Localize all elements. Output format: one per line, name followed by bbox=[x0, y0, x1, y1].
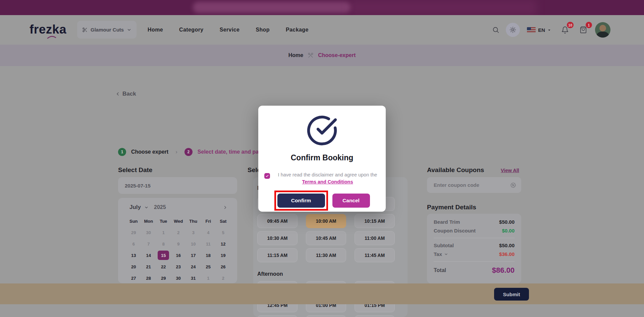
sun-icon bbox=[509, 27, 516, 33]
time-slot[interactable]: 11:30 AM bbox=[306, 248, 346, 262]
language-code: EN bbox=[538, 27, 545, 33]
terms-checkbox[interactable] bbox=[264, 173, 270, 179]
nav-item-package[interactable]: Package bbox=[286, 27, 309, 33]
calendar-day[interactable]: 13 bbox=[126, 250, 141, 261]
calendar-day-header: Sat bbox=[216, 215, 231, 227]
calendar-day: 4 bbox=[201, 227, 216, 238]
calendar-day[interactable]: 28 bbox=[141, 272, 156, 284]
calendar: July 2025 SunMonTueWedThuFriSat 29301234… bbox=[118, 198, 237, 283]
calendar-day: 10 bbox=[186, 238, 201, 250]
calendar-day-header: Thu bbox=[186, 215, 201, 227]
calendar-day: 29 bbox=[126, 227, 141, 238]
calendar-day[interactable]: 24 bbox=[186, 261, 201, 272]
breadcrumb-current: Choose-expert bbox=[318, 52, 356, 58]
total-label: Total bbox=[434, 267, 446, 273]
calendar-day[interactable]: 25 bbox=[201, 261, 216, 272]
calendar-day[interactable]: 15 bbox=[156, 250, 171, 261]
submit-button[interactable]: Submit bbox=[494, 288, 529, 301]
calendar-day-header: Tue bbox=[156, 215, 171, 227]
payment-row-service: Beard Trim $50.00 bbox=[434, 219, 515, 225]
date-input[interactable] bbox=[118, 177, 237, 194]
select-date-title: Select Date bbox=[118, 166, 152, 174]
caret-down-icon bbox=[547, 28, 551, 32]
calendar-day[interactable]: 30 bbox=[171, 272, 186, 284]
month-select[interactable]: July bbox=[129, 204, 149, 211]
calendar-day[interactable]: 26 bbox=[216, 261, 231, 272]
confirm-button[interactable]: Confirm bbox=[277, 194, 325, 208]
time-slot[interactable]: 10:45 AM bbox=[306, 231, 346, 245]
calendar-day[interactable]: 16 bbox=[171, 250, 186, 261]
time-slot[interactable]: 10:00 AM bbox=[306, 214, 346, 228]
search-icon bbox=[492, 26, 499, 34]
time-slot[interactable]: 11:45 AM bbox=[355, 248, 395, 262]
user-avatar[interactable] bbox=[595, 22, 610, 38]
time-slot[interactable]: 09:45 AM bbox=[257, 214, 298, 228]
branch-selector[interactable]: Glamour Cuts bbox=[77, 21, 137, 39]
calendar-day[interactable]: 18 bbox=[201, 250, 216, 261]
time-slot-row: 10:30 AM10:45 AM11:00 AM bbox=[257, 231, 395, 245]
nav-item-category[interactable]: Category bbox=[179, 27, 204, 33]
coupon-input-wrap bbox=[427, 177, 521, 193]
language-selector[interactable]: EN bbox=[525, 27, 553, 33]
view-all-link[interactable]: View All bbox=[501, 168, 519, 173]
time-slot[interactable]: 11:15 AM bbox=[257, 248, 298, 262]
year-label: 2025 bbox=[154, 204, 166, 210]
cart-badge: 1 bbox=[586, 22, 592, 28]
payment-row-subtotal: Subtotal $50.00 bbox=[434, 243, 515, 248]
calendar-day: 1 bbox=[201, 272, 216, 284]
calendar-day[interactable]: 22 bbox=[156, 261, 171, 272]
chevron-down-icon bbox=[444, 252, 448, 256]
breadcrumb-home[interactable]: Home bbox=[288, 52, 303, 58]
nav-item-home[interactable]: Home bbox=[148, 27, 163, 33]
terms-link[interactable]: Terms and Conditions bbox=[302, 178, 353, 185]
calendar-day[interactable]: 21 bbox=[141, 261, 156, 272]
time-slot[interactable] bbox=[306, 315, 346, 317]
calendar-day[interactable]: 27 bbox=[126, 272, 141, 284]
notifications-button[interactable]: 10 bbox=[558, 23, 572, 37]
calendar-day[interactable]: 19 bbox=[216, 250, 231, 261]
time-slot[interactable] bbox=[257, 315, 298, 317]
time-slot[interactable] bbox=[355, 315, 395, 317]
main-nav: Home Category Service Shop Package bbox=[148, 15, 309, 45]
calendar-day: 6 bbox=[126, 238, 141, 250]
calendar-day[interactable]: 31 bbox=[186, 272, 201, 284]
step-2-label: Select date, time and pa bbox=[198, 149, 259, 155]
sticky-footer-bar bbox=[0, 283, 644, 304]
theme-toggle[interactable] bbox=[506, 23, 520, 37]
logo-swoosh bbox=[47, 36, 56, 39]
time-slot[interactable]: 10:30 AM bbox=[257, 231, 298, 245]
afternoon-label: Afternoon bbox=[257, 271, 283, 277]
next-month-button[interactable] bbox=[223, 205, 228, 210]
badge-percent-icon bbox=[510, 182, 517, 189]
calendar-day: 8 bbox=[156, 238, 171, 250]
booking-page: frezka Glamour Cuts Home Category Servic… bbox=[0, 0, 644, 317]
calendar-day-header: Wed bbox=[171, 215, 186, 227]
search-button[interactable] bbox=[491, 25, 501, 35]
calendar-day[interactable]: 12 bbox=[216, 238, 231, 250]
calendar-day-headers: SunMonTueWedThuFriSat bbox=[123, 215, 232, 227]
cart-button[interactable]: 1 bbox=[577, 23, 590, 37]
chevron-right-icon bbox=[223, 205, 228, 210]
coupon-code-input[interactable] bbox=[434, 182, 510, 188]
brand-logo[interactable]: frezka bbox=[30, 22, 66, 37]
divider bbox=[434, 238, 515, 238]
calendar-day[interactable]: 17 bbox=[186, 250, 201, 261]
calendar-day[interactable]: 29 bbox=[156, 272, 171, 284]
step-separator-icon: › bbox=[175, 149, 177, 155]
step-1-label[interactable]: Choose expert bbox=[131, 149, 168, 155]
calendar-day[interactable]: 14 bbox=[141, 250, 156, 261]
date-input-wrap bbox=[118, 177, 237, 194]
discount-value: $0.00 bbox=[502, 228, 515, 233]
tax-label[interactable]: Tax bbox=[434, 251, 448, 257]
promo-glow bbox=[193, 2, 351, 13]
time-slot[interactable]: 11:00 AM bbox=[355, 231, 395, 245]
nav-item-shop[interactable]: Shop bbox=[256, 27, 270, 33]
cancel-button[interactable]: Cancel bbox=[332, 194, 370, 208]
nav-item-service[interactable]: Service bbox=[220, 27, 240, 33]
disclaimer-text: I have read the disclaimer and agree upo… bbox=[273, 171, 382, 185]
calendar-day: 7 bbox=[141, 238, 156, 250]
back-link[interactable]: Back bbox=[115, 91, 136, 97]
time-slot[interactable]: 10:15 AM bbox=[355, 214, 395, 228]
calendar-day[interactable]: 20 bbox=[126, 261, 141, 272]
calendar-day[interactable]: 23 bbox=[171, 261, 186, 272]
